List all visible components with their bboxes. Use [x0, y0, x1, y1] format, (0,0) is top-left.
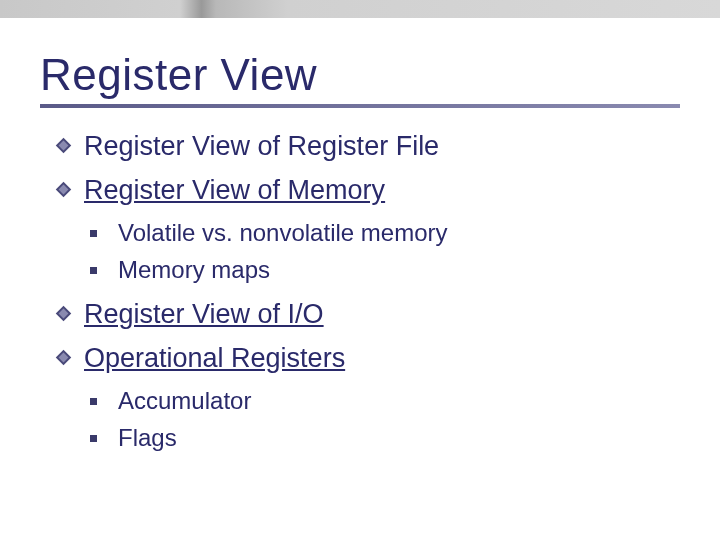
square-bullet-icon [90, 435, 97, 442]
list-subitem: Flags [90, 419, 680, 456]
item-text: Register View of Register File [84, 131, 439, 161]
diamond-bullet-icon [56, 182, 72, 198]
square-bullet-icon [90, 398, 97, 405]
list-item: Register View of I/O [58, 294, 680, 336]
item-text: Memory maps [118, 256, 270, 283]
diamond-bullet-icon [56, 306, 72, 322]
item-link[interactable]: Operational Registers [84, 343, 345, 373]
diamond-bullet-icon [56, 350, 72, 366]
list-item: Register View of Register File [58, 126, 680, 168]
slide: Register View Register View of Register … [0, 0, 720, 540]
slide-title: Register View [40, 50, 680, 100]
item-link[interactable]: Register View of Memory [84, 175, 385, 205]
item-text: Flags [118, 424, 177, 451]
list-item: Register View of Memory [58, 170, 680, 212]
title-underline [40, 104, 680, 108]
diamond-bullet-icon [56, 138, 72, 154]
square-bullet-icon [90, 230, 97, 237]
content-area: Register View of Register File Register … [40, 126, 680, 456]
list-item: Operational Registers [58, 338, 680, 380]
list-subitem: Memory maps [90, 251, 680, 288]
square-bullet-icon [90, 267, 97, 274]
item-text: Volatile vs. nonvolatile memory [118, 219, 447, 246]
item-text: Accumulator [118, 387, 251, 414]
top-gradient-bar [0, 0, 720, 18]
list-subitem: Accumulator [90, 382, 680, 419]
list-subitem: Volatile vs. nonvolatile memory [90, 214, 680, 251]
item-link[interactable]: Register View of I/O [84, 299, 324, 329]
